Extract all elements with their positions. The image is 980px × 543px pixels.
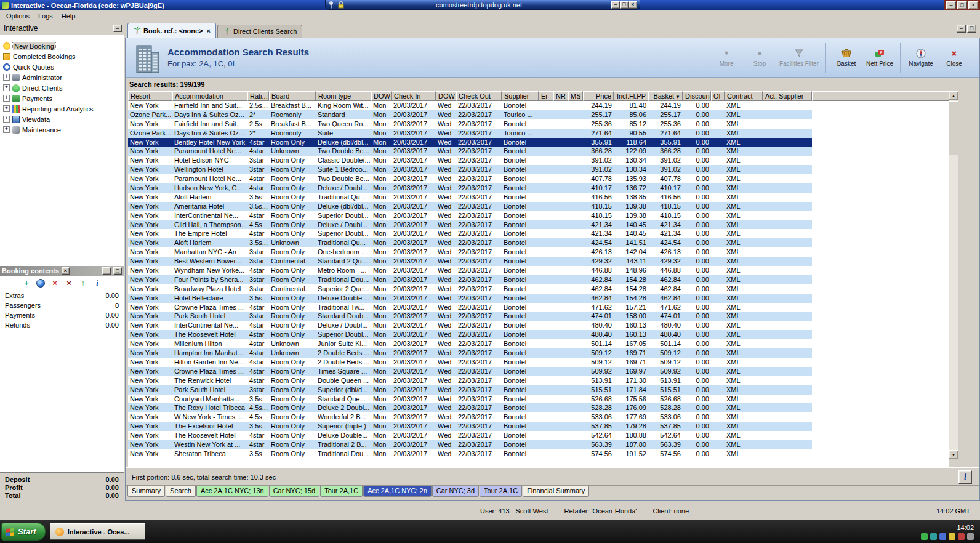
- window-close-button[interactable]: ×: [968, 1, 978, 9]
- column-header-discount[interactable]: Discount: [683, 91, 711, 101]
- sidebar-item-administrator[interactable]: +Administrator: [0, 72, 124, 82]
- table-row[interactable]: New YorkW New York - Times ...4.5s...Roo…: [128, 412, 812, 422]
- booking-contents-close-button[interactable]: ×: [62, 267, 70, 275]
- taskbar-task-button[interactable]: Interactive - Ocea...: [50, 523, 145, 540]
- expand-icon[interactable]: +: [3, 74, 10, 81]
- table-row[interactable]: New YorkThe Roosevelt Hotel4starRoom Onl…: [128, 431, 812, 440]
- column-header-board[interactable]: Board: [269, 91, 316, 101]
- scroll-up-button[interactable]: ▲: [949, 91, 958, 100]
- delete-icon[interactable]: ×: [50, 279, 59, 288]
- table-row[interactable]: New YorkThe Empire Hotel4starRoom OnlySu…: [128, 229, 812, 238]
- bottom-tab-search[interactable]: Search: [166, 486, 196, 497]
- table-row[interactable]: New YorkThe Excelsior Hotel3.5s...Room O…: [128, 422, 812, 431]
- table-row[interactable]: New YorkThe Roxy Hotel Tribeca4.5s...Roo…: [128, 403, 812, 412]
- sidebar-item-maintenance[interactable]: +Maintenance: [0, 124, 124, 135]
- table-row[interactable]: New YorkParamount Hotel Ne...4starUnknow…: [128, 147, 812, 156]
- sidebar-item-viewdata[interactable]: +Viewdata: [0, 114, 124, 124]
- expand-icon[interactable]: +: [3, 116, 10, 123]
- bottom-tab-tour-2a-1c[interactable]: Tour 2A,1C: [480, 486, 522, 497]
- table-row[interactable]: New YorkInterContinental Ne...4starRoom …: [128, 321, 812, 330]
- table-row[interactable]: New YorkHotel Belleclaire3.5s...Room Onl…: [128, 294, 812, 303]
- menu-options[interactable]: Options: [2, 11, 34, 21]
- mdi-restore-button[interactable]: □: [967, 25, 976, 33]
- table-row[interactable]: Ozone Park...Days Inn & Suites Oz...2*Ro…: [128, 110, 812, 119]
- table-row[interactable]: New YorkManhattan NYC - An ...3starRoom …: [128, 247, 812, 257]
- sidebar-item-quick-quotes[interactable]: Quick Quotes: [0, 62, 124, 72]
- table-row[interactable]: New YorkBentley Hotel New York4starRoom …: [128, 138, 812, 147]
- basket-button[interactable]: Basket: [830, 44, 862, 71]
- column-header-check-out[interactable]: Check Out: [456, 91, 502, 101]
- table-row[interactable]: New YorkCrowne Plaza Times ...4starRoom …: [128, 367, 812, 376]
- column-header-accommodation[interactable]: Accommodation: [172, 91, 247, 101]
- table-row[interactable]: New YorkMillenium Hilton4starUnknownJuni…: [128, 339, 812, 348]
- table-row[interactable]: New YorkSheraton Tribeca3.5s...Room Only…: [128, 449, 812, 459]
- scrollbar-thumb[interactable]: [949, 101, 958, 155]
- menu-help[interactable]: Help: [57, 11, 80, 21]
- window-minimize-button[interactable]: –: [946, 1, 956, 9]
- export-icon[interactable]: ↑: [79, 279, 87, 288]
- info-button[interactable]: i: [958, 470, 972, 484]
- table-row[interactable]: New YorkFairfield Inn and Suit...2.5s...…: [128, 119, 812, 129]
- tab-direct-clients-search[interactable]: Direct Clients Search: [217, 25, 302, 38]
- table-row[interactable]: New YorkPark South Hotel3starRoom OnlySu…: [128, 385, 812, 395]
- table-row[interactable]: New YorkHotel Edison NYC3starRoom OnlyCl…: [128, 156, 812, 165]
- column-header-rati[interactable]: Rati...: [247, 91, 269, 101]
- table-row[interactable]: Ozone Park...Days Inn & Suites Oz...2*Ro…: [128, 129, 812, 138]
- facilities-filter-button[interactable]: Facilities Filter: [777, 44, 821, 71]
- bottom-tab-summary[interactable]: Summary: [127, 486, 165, 497]
- column-header-check-in[interactable]: Check In: [392, 91, 436, 101]
- column-header-nr[interactable]: NR: [553, 91, 568, 101]
- table-row[interactable]: New YorkFour Points by Shera...3starRoom…: [128, 275, 812, 284]
- column-header-supplier[interactable]: Supplier: [502, 91, 539, 101]
- sidebar-item-payments[interactable]: +Payments: [0, 93, 124, 103]
- info-icon[interactable]: i: [93, 279, 102, 288]
- table-row[interactable]: New YorkCourtyard Manhatta...3.5s...Room…: [128, 395, 812, 404]
- booking-contents-restore-button[interactable]: □: [113, 267, 122, 275]
- sidebar-item-direct-clients[interactable]: +Direct Clients: [0, 82, 124, 93]
- nett-price-button[interactable]: £Nett Price: [864, 44, 896, 71]
- table-row[interactable]: New YorkWestin New York at ...4starRoom …: [128, 440, 812, 449]
- table-row[interactable]: New YorkBest Western Bower...3starContin…: [128, 257, 812, 266]
- menu-logs[interactable]: Logs: [34, 11, 57, 21]
- column-header-resort[interactable]: Resort: [128, 91, 172, 101]
- column-header-dow[interactable]: DOW: [436, 91, 456, 101]
- column-header-basket[interactable]: Basket▼: [648, 91, 683, 101]
- table-row[interactable]: New YorkThe Renwick Hotel4starRoom OnlyD…: [128, 376, 812, 385]
- expand-icon[interactable]: +: [3, 126, 10, 133]
- remove-icon[interactable]: ×: [65, 279, 73, 288]
- table-row[interactable]: New YorkParamount Hotel Ne...4starRoom O…: [128, 174, 812, 183]
- bottom-tab-financial-summary[interactable]: Financial Summary: [523, 486, 589, 497]
- sidebar-item-completed-bookings[interactable]: Completed Bookings: [0, 51, 124, 62]
- globe-icon[interactable]: [36, 279, 45, 288]
- table-row[interactable]: New YorkInterContinental Ne...4starRoom …: [128, 211, 812, 220]
- vertical-scrollbar[interactable]: ▲ ▼: [949, 91, 958, 459]
- close-button[interactable]: ×Close: [938, 44, 970, 71]
- table-row[interactable]: New YorkWellington Hotel3starRoom OnlySu…: [128, 165, 812, 174]
- pin-icon[interactable]: [328, 1, 335, 9]
- column-header-act-supplier[interactable]: Act. Supplier: [763, 91, 812, 101]
- start-button[interactable]: Start: [1, 523, 46, 541]
- bottom-tab-car-nyc-3d[interactable]: Car NYC; 3d: [432, 486, 479, 497]
- table-row[interactable]: New YorkHudson New York, C...4starRoom O…: [128, 183, 812, 193]
- table-row[interactable]: New YorkPark South Hotel3starRoom OnlySt…: [128, 312, 812, 321]
- tab-book-ref-none[interactable]: Book. ref.: <none>×: [127, 23, 216, 38]
- table-row[interactable]: New YorkCrowne Plaza Times ...4starRoom …: [128, 303, 812, 312]
- tab-close-icon[interactable]: ×: [207, 27, 211, 34]
- expand-icon[interactable]: +: [3, 95, 10, 102]
- expand-icon[interactable]: +: [3, 105, 10, 112]
- column-header-contract[interactable]: Contract: [725, 91, 763, 101]
- stop-button[interactable]: ■Stop: [744, 44, 776, 71]
- add-icon[interactable]: +: [22, 279, 31, 288]
- navigate-button[interactable]: Navigate: [905, 44, 937, 71]
- booking-contents-minimize-button[interactable]: –: [102, 267, 111, 275]
- sidebar-item-reporting-and-analytics[interactable]: +Reporting and Analytics: [0, 103, 124, 114]
- table-row[interactable]: New YorkBroadway Plaza Hotel3starContine…: [128, 284, 812, 294]
- table-row[interactable]: New YorkGild Hall, a Thompson...4.5s...R…: [128, 220, 812, 230]
- column-header-dow[interactable]: DOW: [371, 91, 392, 101]
- table-row[interactable]: New YorkFairfield Inn and Suit...2.5s...…: [128, 101, 812, 110]
- expand-icon[interactable]: +: [3, 84, 10, 91]
- sidebar-collapse-button[interactable]: –: [113, 25, 122, 32]
- column-header-incl-fl-pp[interactable]: Incl.Fl.PP: [614, 91, 648, 101]
- table-row[interactable]: New YorkAmeritania Hotel3.5s...Room Only…: [128, 202, 812, 211]
- table-row[interactable]: New YorkAloft Harlem3.5s...UnknownTradit…: [128, 238, 812, 247]
